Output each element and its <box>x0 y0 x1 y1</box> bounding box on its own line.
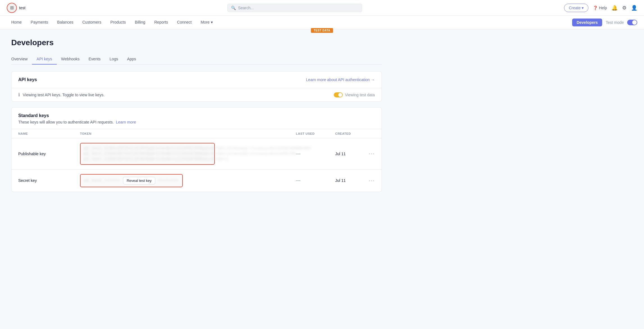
secret-key-token-prefix: sk_test_•••••• <box>84 179 120 182</box>
top-bar-right: Create ▾ ❓ Help 🔔 ⚙ 👤 <box>564 4 637 12</box>
top-bar: ⊞ test 🔍 Create ▾ ❓ Help 🔔 ⚙ 👤 <box>0 0 644 16</box>
col-name: NAME <box>12 129 73 138</box>
test-data-toggle[interactable] <box>334 92 343 97</box>
nav-payments[interactable]: Payments <box>26 16 52 29</box>
publishable-key-created: Jul 11 <box>335 152 346 156</box>
account-name: test <box>19 6 26 10</box>
col-created: CREATED <box>328 129 362 138</box>
nav-products[interactable]: Products <box>106 16 130 29</box>
developers-button[interactable]: Developers <box>572 19 602 26</box>
keys-table: NAME TOKEN LAST USED CREATED Publishable… <box>12 129 382 192</box>
col-actions <box>362 129 382 138</box>
api-keys-info-row: ℹ Viewing test API keys. Toggle to view … <box>12 88 382 101</box>
test-data-badge: TEST DATA <box>311 28 333 33</box>
table-row: Publishable key pk_test_51AbCdEfGhIjKlMn… <box>12 138 382 170</box>
secret-key-last-used: — <box>296 178 300 183</box>
chevron-down-icon: ▾ <box>211 20 213 24</box>
info-row-left: ℹ Viewing test API keys. Toggle to view … <box>18 92 104 97</box>
standard-keys-learn-more[interactable]: Learn more <box>116 120 136 124</box>
nav-more[interactable]: More ▾ <box>196 16 217 29</box>
chevron-down-icon: ▾ <box>582 6 584 10</box>
tabs: Overview API keys Webhooks Events Logs A… <box>11 54 382 65</box>
nav-customers[interactable]: Customers <box>78 16 106 29</box>
col-token: TOKEN <box>73 129 289 138</box>
help-icon: ❓ <box>593 6 598 10</box>
tab-overview[interactable]: Overview <box>11 54 32 65</box>
col-last-used: LAST USED <box>289 129 328 138</box>
secret-key-name: Secret key <box>18 178 37 183</box>
secret-key-created: Jul 11 <box>335 178 346 183</box>
test-mode-label: Test mode <box>606 20 624 25</box>
standard-keys-card: Standard keys These keys will allow you … <box>11 107 382 192</box>
tab-webhooks[interactable]: Webhooks <box>57 54 84 65</box>
info-icon: ℹ <box>18 92 20 97</box>
search-icon: 🔍 <box>231 6 236 10</box>
nav-home[interactable]: Home <box>7 16 26 29</box>
page-title: Developers <box>11 38 382 47</box>
secret-key-more-button[interactable]: ··· <box>369 178 375 184</box>
standard-keys-desc: These keys will allow you to authenticat… <box>18 120 375 124</box>
create-button[interactable]: Create ▾ <box>564 4 588 12</box>
api-keys-card: API keys Learn more about API authentica… <box>11 71 382 102</box>
top-bar-left: ⊞ test <box>7 3 26 13</box>
learn-more-auth-link[interactable]: Learn more about API authentication → <box>306 77 375 82</box>
help-button[interactable]: ❓ Help <box>593 6 607 10</box>
tab-events[interactable]: Events <box>84 54 105 65</box>
nav-links: Home Payments Balances Customers Product… <box>7 16 217 29</box>
api-keys-card-header: API keys Learn more about API authentica… <box>12 72 382 88</box>
api-keys-card-title: API keys <box>18 77 37 82</box>
publishable-key-token: pk_test_51AbCdEfGhIjKlMnOpQrStUvWxYz1234… <box>84 146 211 162</box>
secret-key-token-suffix: •••••••• <box>158 179 179 182</box>
tab-logs[interactable]: Logs <box>105 54 122 65</box>
notifications-button[interactable]: 🔔 <box>611 5 618 11</box>
publishable-key-last-used: — <box>296 151 300 156</box>
nav-balances[interactable]: Balances <box>53 16 78 29</box>
standard-keys-header: Standard keys These keys will allow you … <box>12 108 382 129</box>
info-text: Viewing test API keys. Toggle to view li… <box>23 93 104 97</box>
nav-connect[interactable]: Connect <box>173 16 196 29</box>
toggle-label: Viewing test data <box>345 93 375 97</box>
publishable-key-more-button[interactable]: ··· <box>369 151 375 157</box>
test-mode-toggle[interactable] <box>627 20 637 25</box>
logo-button[interactable]: ⊞ <box>7 3 17 13</box>
main-content: Developers Overview API keys Webhooks Ev… <box>0 29 393 207</box>
nav-reports[interactable]: Reports <box>150 16 173 29</box>
toggle-info: Viewing test data <box>334 92 375 97</box>
table-row: Secret key sk_test_•••••• Reveal test ke… <box>12 169 382 192</box>
tab-apps[interactable]: Apps <box>123 54 141 65</box>
nav-billing[interactable]: Billing <box>130 16 150 29</box>
tab-api-keys[interactable]: API keys <box>32 54 56 65</box>
search-input[interactable] <box>238 6 358 10</box>
search-bar: 🔍 <box>227 4 362 12</box>
account-button[interactable]: 👤 <box>631 5 637 11</box>
publishable-key-name: Publishable key <box>18 152 46 156</box>
standard-keys-title: Standard keys <box>18 113 375 118</box>
reveal-test-key-button[interactable]: Reveal test key <box>123 177 155 184</box>
settings-button[interactable]: ⚙ <box>622 5 627 11</box>
nav-bar: Home Payments Balances Customers Product… <box>0 16 644 29</box>
logo-icon: ⊞ <box>10 5 14 10</box>
nav-right: Developers Test mode <box>572 19 637 26</box>
